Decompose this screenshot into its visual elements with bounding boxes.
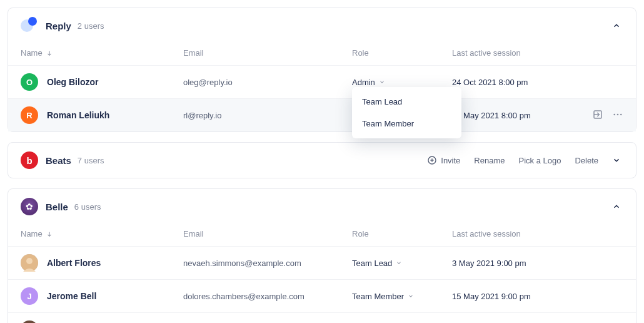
user-email: nevaeh.simmons@example.com: [183, 259, 352, 268]
col-name[interactable]: Name: [21, 48, 183, 58]
invite-button[interactable]: Invite: [427, 155, 460, 165]
user-name: Oleg Bilozor: [47, 77, 98, 87]
user-count: 2 users: [78, 21, 104, 31]
table-row[interactable]: Floyd Miles alma.lawson@example.com Team…: [8, 312, 636, 323]
team-card-belle: ✿ Belle 6 users Name Email Role Last act…: [8, 188, 636, 323]
delete-button[interactable]: Delete: [575, 156, 598, 165]
table-row[interactable]: O Oleg Bilozor oleg@reply.io Admin 24 Oc…: [8, 65, 636, 98]
chevron-down-icon: [396, 260, 402, 266]
user-name: Roman Leliukh: [47, 110, 109, 120]
chevron-up-icon: [612, 21, 621, 30]
team-header[interactable]: ✿ Belle 6 users: [8, 189, 636, 224]
svg-point-3: [613, 113, 615, 115]
collapse-button[interactable]: [610, 19, 623, 33]
col-email[interactable]: Email: [183, 48, 352, 58]
col-role[interactable]: Role: [352, 229, 452, 238]
col-last[interactable]: Last active session: [452, 48, 573, 58]
role-dropdown: Team Lead Team Member: [352, 87, 461, 138]
svg-point-5: [620, 113, 622, 115]
user-count: 6 users: [74, 202, 101, 212]
dropdown-item[interactable]: Team Member: [352, 113, 461, 135]
col-role[interactable]: Role: [352, 48, 452, 58]
user-last-active: 3 May 2021 9:00 pm: [452, 259, 573, 268]
team-title: Beats: [46, 155, 71, 166]
team-title: Reply: [46, 21, 71, 31]
svg-point-11: [26, 258, 33, 264]
team-header[interactable]: b Beats 7 users Invite Rename Pick a Log…: [8, 143, 636, 178]
role-select[interactable]: Team Member: [352, 292, 452, 301]
user-last-active: 15 May 2021 9:00 pm: [452, 292, 573, 301]
chevron-down-icon: [612, 156, 621, 165]
logo-belle: ✿: [21, 198, 38, 215]
avatar: J: [21, 287, 38, 305]
team-card-reply: Reply 2 users Name Email Role Last activ…: [8, 8, 636, 132]
table-row[interactable]: Albert Flores nevaeh.simmons@example.com…: [8, 246, 636, 279]
chevron-down-icon: [379, 79, 385, 85]
collapse-button[interactable]: [610, 200, 623, 213]
avatar: [21, 254, 38, 272]
more-icon[interactable]: [612, 109, 623, 122]
col-email[interactable]: Email: [183, 229, 352, 238]
team-actions: Invite Rename Pick a Logo Delete: [427, 155, 598, 165]
rename-button[interactable]: Rename: [474, 156, 505, 165]
pick-logo-button[interactable]: Pick a Logo: [518, 156, 561, 165]
expand-button[interactable]: [610, 153, 623, 167]
sort-arrow-icon: [46, 231, 53, 237]
sort-arrow-icon: [46, 50, 53, 56]
dropdown-item[interactable]: Team Lead: [352, 91, 461, 113]
open-icon[interactable]: [592, 109, 603, 122]
team-card-beats: b Beats 7 users Invite Rename Pick a Log…: [8, 142, 636, 178]
user-last-active: 24 Oct 2021 8:00 pm: [452, 78, 573, 87]
avatar: R: [21, 106, 38, 124]
logo-reply: [21, 17, 38, 34]
avatar: [21, 320, 38, 323]
chevron-up-icon: [612, 202, 621, 211]
table-row[interactable]: J Jerome Bell dolores.chambers@example.c…: [8, 279, 636, 312]
user-email: dolores.chambers@example.com: [183, 292, 352, 301]
user-email: oleg@reply.io: [183, 78, 352, 87]
column-headers: Name Email Role Last active session: [8, 224, 636, 246]
plus-circle-icon: [427, 155, 437, 165]
svg-point-4: [617, 113, 619, 115]
avatar: O: [21, 73, 38, 91]
user-last-active: 15 May 2021 8:00 pm: [452, 111, 573, 120]
user-count: 7 users: [78, 156, 104, 165]
team-header[interactable]: Reply 2 users: [8, 8, 636, 43]
team-title: Belle: [46, 202, 68, 212]
user-email: rl@reply.io: [183, 111, 352, 120]
svg-point-12: [21, 320, 38, 323]
col-name[interactable]: Name: [21, 229, 183, 238]
role-select[interactable]: Admin: [352, 78, 452, 87]
column-headers: Name Email Role Last active session: [8, 43, 636, 65]
col-last[interactable]: Last active session: [452, 229, 573, 238]
logo-beats: b: [21, 151, 38, 169]
user-name: Albert Flores: [47, 258, 101, 268]
user-name: Jerome Bell: [47, 291, 96, 301]
table-row[interactable]: R Roman Leliukh rl@reply.io 15 May 2021 …: [8, 98, 636, 131]
chevron-down-icon: [408, 293, 414, 299]
role-select[interactable]: Team Lead: [352, 259, 452, 268]
